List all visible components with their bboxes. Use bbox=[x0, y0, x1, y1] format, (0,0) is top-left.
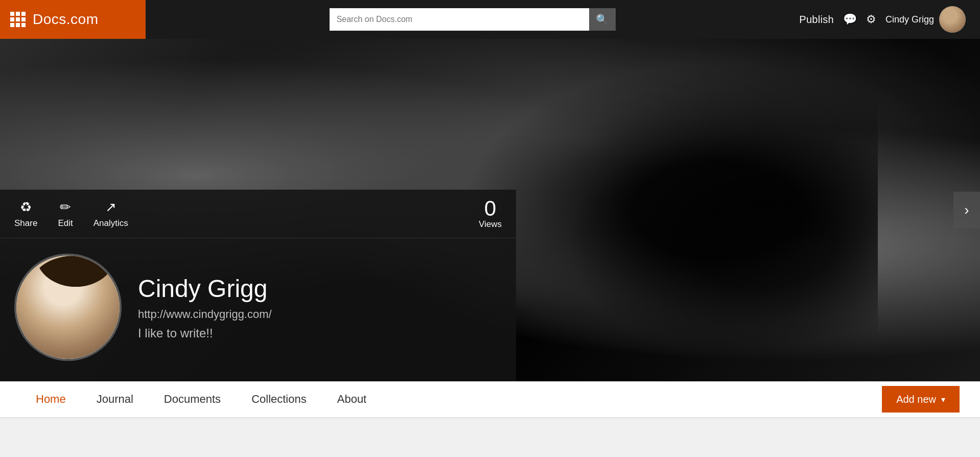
analytics-label: Analytics bbox=[94, 218, 128, 228]
share-button[interactable]: ♻ Share bbox=[14, 199, 37, 228]
add-new-button[interactable]: Add new ▾ bbox=[882, 386, 960, 413]
hero-section: ♻ Share ✏ Edit ↗ Analytics 0 Views bbox=[0, 39, 980, 381]
avatar bbox=[939, 6, 966, 33]
profile-name: Cindy Grigg bbox=[138, 275, 272, 303]
messages-button[interactable]: 💬 bbox=[843, 13, 857, 26]
logo-text: Docs.com bbox=[33, 11, 98, 28]
hero-next-button[interactable]: › bbox=[953, 192, 980, 228]
settings-button[interactable]: ⚙ bbox=[866, 13, 876, 26]
profile-details: Cindy Grigg http://www.cindygrigg.com/ I… bbox=[138, 275, 272, 340]
share-icon: ♻ bbox=[20, 199, 32, 215]
profile-avatar bbox=[14, 254, 122, 361]
logo-area[interactable]: Docs.com bbox=[0, 0, 146, 39]
navbar: Docs.com 🔍 Publish 💬 ⚙ Cindy Grigg bbox=[0, 0, 980, 39]
search-area: 🔍 bbox=[146, 8, 799, 31]
user-area[interactable]: Cindy Grigg bbox=[885, 6, 966, 33]
search-input[interactable] bbox=[330, 8, 589, 31]
nav-documents[interactable]: Documents bbox=[149, 381, 236, 417]
search-icon: 🔍 bbox=[596, 13, 609, 26]
search-button[interactable]: 🔍 bbox=[589, 8, 616, 31]
profile-info: Cindy Grigg http://www.cindygrigg.com/ I… bbox=[0, 238, 516, 381]
gear-icon: ⚙ bbox=[866, 13, 876, 26]
bottom-nav: Home Journal Documents Collections About… bbox=[0, 381, 980, 418]
nav-actions: Publish 💬 ⚙ Cindy Grigg bbox=[799, 6, 980, 33]
chevron-right-icon: › bbox=[964, 202, 969, 218]
action-bar: ♻ Share ✏ Edit ↗ Analytics 0 Views bbox=[0, 190, 516, 238]
add-new-chevron-icon: ▾ bbox=[941, 395, 945, 404]
search-wrap: 🔍 bbox=[330, 8, 616, 31]
profile-bio: I like to write!! bbox=[138, 326, 272, 340]
add-new-label: Add new bbox=[896, 394, 936, 405]
share-label: Share bbox=[14, 218, 37, 228]
profile-avatar-image bbox=[16, 256, 120, 359]
edit-icon: ✏ bbox=[60, 199, 71, 215]
views-label: Views bbox=[479, 219, 502, 230]
username-label: Cindy Grigg bbox=[885, 14, 934, 25]
edit-button[interactable]: ✏ Edit bbox=[58, 199, 73, 228]
nav-journal[interactable]: Journal bbox=[81, 381, 149, 417]
analytics-button[interactable]: ↗ Analytics bbox=[94, 199, 128, 228]
nav-home[interactable]: Home bbox=[20, 381, 81, 417]
grid-icon bbox=[10, 12, 26, 27]
views-area: 0 Views bbox=[479, 198, 502, 230]
nav-about[interactable]: About bbox=[322, 381, 382, 417]
edit-label: Edit bbox=[58, 218, 73, 228]
nav-collections[interactable]: Collections bbox=[236, 381, 322, 417]
avatar-image bbox=[939, 6, 966, 33]
message-icon: 💬 bbox=[843, 13, 857, 26]
analytics-icon: ↗ bbox=[105, 199, 116, 215]
views-count: 0 bbox=[484, 198, 496, 219]
profile-url[interactable]: http://www.cindygrigg.com/ bbox=[138, 308, 272, 321]
profile-card: ♻ Share ✏ Edit ↗ Analytics 0 Views bbox=[0, 190, 516, 381]
publish-button[interactable]: Publish bbox=[799, 14, 834, 26]
